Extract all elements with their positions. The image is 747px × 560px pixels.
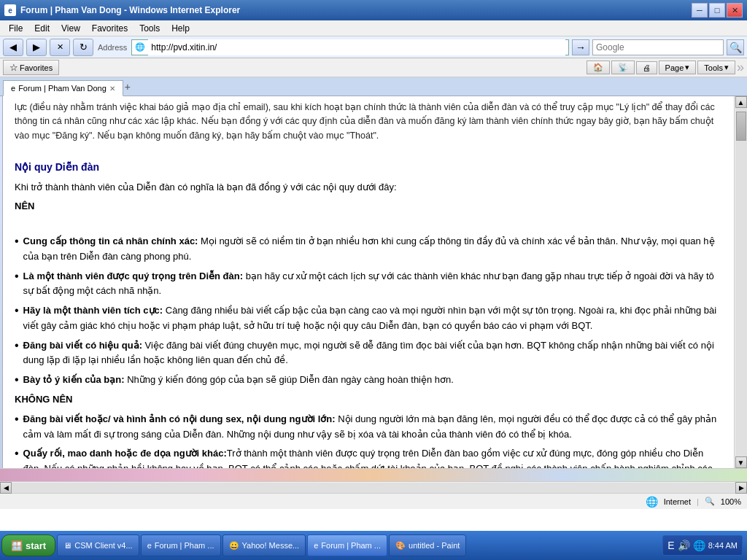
url-icon: 🌐	[135, 42, 145, 52]
menu-view[interactable]: View	[55, 22, 86, 35]
favorites-tool-btn[interactable]: ☆ Favorites	[3, 60, 59, 75]
back-button[interactable]: ◀	[3, 39, 23, 56]
zoom-icon: 🔍	[705, 497, 715, 506]
bullet-text-4: Đăng bài viết có hiệu quả: Việc đăng bài…	[23, 338, 722, 369]
ie1-icon: e	[147, 541, 152, 550]
menu-help[interactable]: Help	[166, 22, 196, 35]
page-tool-btn[interactable]: Page ▾	[659, 61, 697, 74]
system-tray: E 🔊 🌐 8:44 AM	[662, 535, 743, 556]
page-content: Nội quy Diễn đàn Khi trở thành thành viê…	[3, 146, 734, 468]
section-title: Nội quy Diễn đàn	[15, 159, 722, 175]
tray-lang-icon[interactable]: E	[667, 540, 674, 551]
bullet-item-5: • Bày tỏ ý kiến của bạn: Những ý kiến đó…	[15, 373, 722, 388]
zone-text: Internet	[664, 497, 691, 506]
stop-button[interactable]: ✕	[50, 39, 70, 56]
bullet-text-kn2: Quấy rối, mao danh hoặc đe dọa người khá…	[23, 446, 722, 468]
taskbar-item-yahoo[interactable]: 😀 Yahoo! Messe...	[222, 534, 306, 556]
scrollbar-vertical: ▲ ▼	[734, 96, 747, 468]
menu-tools[interactable]: Tools	[133, 22, 166, 35]
taskbar-item-ie1[interactable]: e Forum | Pham ...	[141, 534, 221, 556]
ie1-label: Forum | Pham ...	[155, 541, 214, 550]
address-bar: ◀ ▶ ✕ ↻ Address 🌐 → 🔍	[0, 36, 747, 58]
bullet-item-kn1: • Đăng bài viết hoặc/ và hình ảnh có nội…	[15, 412, 722, 443]
bullet-text-3: Hãy là một thành viên tích cực: Càng đăn…	[23, 303, 722, 334]
paint-label: untitled - Paint	[409, 541, 460, 550]
search-button[interactable]: 🔍	[727, 39, 744, 55]
paint-icon: 🎨	[395, 541, 406, 551]
scroll-thumb[interactable]	[736, 112, 746, 141]
ie2-label: Forum | Pham ...	[321, 541, 381, 550]
tab-forum[interactable]: e Forum | Pham Van Dong ✕	[3, 80, 123, 96]
tray-network-icon[interactable]: 🌐	[693, 540, 705, 551]
tab-close-icon[interactable]: ✕	[109, 85, 115, 93]
refresh-button[interactable]: ↻	[73, 39, 93, 56]
khong-nen-label: KHÔNG NÊN	[15, 392, 722, 408]
taskbar-item-paint[interactable]: 🎨 untitled - Paint	[389, 534, 466, 556]
start-button[interactable]: 🪟 start	[1, 534, 55, 556]
intro-paragraph: lực (điều này nhằm tránh việc khai báo g…	[3, 96, 734, 143]
maximize-button[interactable]: □	[709, 3, 725, 18]
favorites-label: Favorites	[20, 63, 53, 72]
bullet-item-2: • Là một thành viên được quý trọng trên …	[15, 269, 722, 300]
taskbar-item-csm[interactable]: 🖥 CSM Client v4...	[57, 534, 139, 556]
scroll-right-button[interactable]: ▶	[735, 482, 747, 494]
bullet-icon: •	[15, 234, 19, 265]
url-input[interactable]	[148, 39, 565, 55]
ie-tab-icon: e	[11, 84, 15, 93]
forward-button[interactable]: ▶	[26, 39, 47, 56]
print-icon: 🖨	[643, 63, 651, 72]
bullet-icon: •	[15, 338, 19, 369]
start-label: start	[26, 540, 46, 551]
hscroll-track[interactable]	[12, 483, 735, 493]
print-tool-btn[interactable]: 🖨	[636, 61, 657, 74]
menu-favorites[interactable]: Favorites	[86, 22, 133, 35]
menu-file[interactable]: File	[3, 22, 28, 35]
tab-label: Forum | Pham Van Dong	[18, 84, 107, 93]
scroll-left-button[interactable]: ◀	[0, 482, 12, 494]
menu-bar: File Edit View Favorites Tools Help	[0, 20, 747, 36]
nen-label: NÊN	[15, 199, 722, 214]
yahoo-label: Yahoo! Messe...	[242, 541, 300, 550]
go-button[interactable]: →	[572, 39, 589, 55]
bullet-icon: •	[15, 303, 19, 334]
start-icon: 🪟	[11, 540, 23, 551]
close-button[interactable]: ✕	[727, 3, 743, 18]
home-tool-btn[interactable]: 🏠	[587, 61, 610, 74]
bullet-item-1: • Cung cấp thông tin cá nhân chính xác: …	[15, 234, 722, 265]
new-tab-button[interactable]: +	[123, 81, 138, 96]
csm-icon: 🖥	[63, 541, 71, 550]
browser-viewport: lực (điều này nhằm tránh việc khai báo g…	[0, 96, 747, 468]
scroll-up-button[interactable]: ▲	[735, 96, 747, 108]
search-input[interactable]	[592, 39, 724, 55]
menu-edit[interactable]: Edit	[28, 22, 55, 35]
bullet-item-4: • Đăng bài viết có hiệu quả: Việc đăng b…	[15, 338, 722, 369]
bullet-text-5: Bày tỏ ý kiến của bạn: Những ý kiến đóng…	[23, 373, 454, 388]
bullet-text-2: Là một thành viên được quý trọng trên Di…	[23, 269, 722, 300]
toolbar-expand[interactable]: »	[737, 60, 744, 75]
scroll-down-button[interactable]: ▼	[735, 456, 747, 468]
clock-display: 8:44 AM	[708, 541, 738, 550]
csm-label: CSM Client v4...	[74, 541, 132, 550]
rss-tool-btn[interactable]: 📡	[611, 61, 635, 74]
window-title: Forum | Pham Van Dong - Windows Internet…	[20, 5, 240, 15]
tray-volume-icon[interactable]: 🔊	[678, 540, 690, 551]
bullet-text-1: Cung cấp thông tin cá nhân chính xác: Mọ…	[23, 234, 722, 265]
minimize-button[interactable]: ─	[692, 3, 708, 18]
bullet-item-3: • Hãy là một thành viên tích cực: Càng đ…	[15, 303, 722, 334]
status-sep: |	[697, 497, 699, 506]
window-controls: ─ □ ✕	[692, 3, 743, 18]
scroll-track[interactable]	[735, 108, 747, 456]
ie-icon: e	[4, 4, 16, 16]
zoom-level: 100%	[721, 497, 741, 506]
page-inner: lực (điều này nhằm tránh việc khai báo g…	[3, 96, 734, 468]
decoration-strip	[0, 468, 747, 481]
taskbar-item-ie2[interactable]: e Forum | Pham ...	[307, 534, 387, 556]
intro-text: lực (điều này nhằm tránh việc khai báo g…	[15, 101, 722, 143]
title-bar: e Forum | Pham Van Dong - Windows Intern…	[0, 0, 747, 20]
home-icon: 🏠	[593, 63, 603, 72]
address-label: Address	[98, 43, 127, 52]
tools-tool-btn[interactable]: Tools ▾	[697, 61, 735, 74]
status-bar: 🌐 Internet | 🔍 100%	[0, 493, 747, 509]
tab-bar: e Forum | Pham Van Dong ✕ +	[0, 77, 747, 96]
bullet-icon: •	[15, 269, 19, 300]
